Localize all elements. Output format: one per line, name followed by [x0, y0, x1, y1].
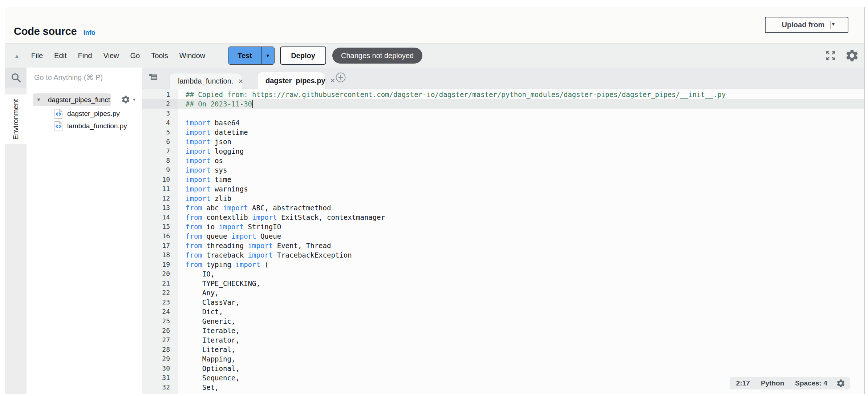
- tree-settings-button[interactable]: ▼: [121, 95, 136, 104]
- test-split-button: Test ▼: [228, 47, 275, 65]
- code-line[interactable]: 22 Any,: [142, 288, 864, 298]
- tab-lambda-function[interactable]: lambda_function. ×: [170, 73, 242, 89]
- code-line[interactable]: 14from contextlib import ExitStack, cont…: [142, 213, 864, 222]
- line-number: 11: [142, 184, 178, 194]
- code-line[interactable]: 17from threading import Event, Thread: [142, 241, 864, 250]
- code-line[interactable]: 11import warnings: [142, 184, 864, 194]
- line-number: 30: [142, 364, 178, 373]
- code-line[interactable]: 33 TextIO: [142, 392, 864, 394]
- code-line[interactable]: 29 Mapping,: [142, 354, 864, 364]
- code-text: TYPE_CHECKING,: [178, 279, 864, 288]
- code-line[interactable]: 9import sys: [142, 165, 864, 175]
- menu-item-view[interactable]: View: [103, 52, 119, 60]
- line-number: 22: [142, 288, 178, 298]
- code-line[interactable]: 21 TYPE_CHECKING,: [142, 279, 864, 288]
- code-text: TextIO: [178, 392, 864, 394]
- code-text: Set,: [178, 383, 864, 392]
- file-tree-panel: ▼ dagster_pipes_funct ▼ dagster_pipes.py: [27, 88, 142, 394]
- code-line[interactable]: 28 Literal,: [142, 345, 864, 354]
- close-icon[interactable]: ×: [238, 77, 243, 85]
- editor-settings-gear-icon[interactable]: [845, 48, 859, 63]
- code-text: Optional,: [178, 364, 864, 373]
- go-to-anything-input[interactable]: [29, 70, 141, 85]
- code-line[interactable]: 32 Set,: [142, 383, 864, 392]
- code-line[interactable]: 1## Copied from: https://raw.githubuserc…: [142, 90, 864, 99]
- code-line[interactable]: 12import zlib: [142, 194, 864, 203]
- code-text: ## Copied from: https://raw.githubuserco…: [178, 90, 864, 99]
- line-number: 28: [142, 345, 178, 354]
- close-icon[interactable]: ×: [330, 77, 335, 85]
- code-text: from abc import ABC, abstractmethod: [178, 203, 864, 213]
- line-number: 25: [142, 316, 178, 326]
- line-number: 4: [142, 118, 178, 128]
- upload-from-button[interactable]: Upload from ▼: [765, 17, 848, 33]
- code-line[interactable]: 10import time: [142, 175, 864, 184]
- code-line[interactable]: 13from abc import ABC, abstractmethod: [142, 203, 864, 213]
- menu-item-find[interactable]: Find: [78, 52, 92, 60]
- line-number: 7: [142, 146, 178, 156]
- info-link[interactable]: Info: [83, 29, 95, 37]
- code-text: import os: [178, 156, 864, 165]
- page-title: Code source: [14, 25, 77, 37]
- code-line[interactable]: 19from typing import (: [142, 260, 864, 269]
- line-number: 5: [142, 128, 178, 137]
- code-line[interactable]: 15from io import StringIO: [142, 222, 864, 231]
- search-icon[interactable]: [11, 72, 21, 83]
- code-line[interactable]: 26 Iterable,: [142, 326, 864, 335]
- menu-item-file[interactable]: File: [31, 52, 43, 60]
- code-line[interactable]: 16from queue import Queue: [142, 231, 864, 241]
- code-editor[interactable]: 1## Copied from: https://raw.githubuserc…: [142, 89, 864, 394]
- code-text: Mapping,: [178, 354, 864, 364]
- code-line[interactable]: 20 IO,: [142, 269, 864, 279]
- menu-item-tools[interactable]: Tools: [151, 52, 168, 60]
- fullscreen-icon[interactable]: [824, 49, 837, 62]
- line-number: 26: [142, 326, 178, 335]
- code-line[interactable]: 27 Iterator,: [142, 335, 864, 345]
- code-line[interactable]: 18from traceback import TracebackExcepti…: [142, 250, 864, 260]
- code-text: ## On 2023-11-30: [178, 99, 864, 109]
- code-text: Iterator,: [178, 335, 864, 345]
- code-text: import time: [178, 175, 864, 184]
- menu-item-edit[interactable]: Edit: [54, 52, 66, 60]
- menu-item-window[interactable]: Window: [179, 52, 205, 60]
- code-line[interactable]: 24 Dict,: [142, 307, 864, 316]
- chevron-down-icon: ▼: [831, 21, 831, 29]
- code-text: ClassVar,: [178, 298, 864, 307]
- deploy-button[interactable]: Deploy: [280, 47, 326, 65]
- code-line[interactable]: 30 Optional,: [142, 364, 864, 373]
- test-button[interactable]: Test: [228, 47, 261, 64]
- code-line[interactable]: 6import json: [142, 137, 864, 146]
- test-dropdown-button[interactable]: ▼: [261, 47, 274, 64]
- code-line[interactable]: 31 Sequence,: [142, 373, 864, 383]
- code-text: Sequence,: [178, 373, 864, 383]
- collapse-triangle-icon[interactable]: ▲: [14, 53, 20, 59]
- line-number: 18: [142, 250, 178, 260]
- code-text: from io import StringIO: [178, 222, 864, 231]
- code-line[interactable]: 5import datetime: [142, 128, 864, 137]
- code-line[interactable]: 25 Generic,: [142, 316, 864, 326]
- gear-icon: [121, 95, 130, 104]
- line-number: 29: [142, 354, 178, 364]
- tree-file-dagster-pipes[interactable]: dagster_pipes.py: [54, 108, 120, 119]
- environment-panel-tab[interactable]: Environment: [5, 94, 27, 144]
- line-number: 6: [142, 137, 178, 146]
- menu-item-go[interactable]: Go: [130, 52, 140, 60]
- add-tab-icon[interactable]: [335, 72, 346, 84]
- code-line[interactable]: 4import base64: [142, 118, 864, 128]
- code-line[interactable]: 2## On 2023-11-30: [142, 99, 864, 109]
- code-text: import json: [178, 137, 864, 146]
- tree-folder-row[interactable]: ▼ dagster_pipes_funct: [33, 93, 111, 106]
- line-number: 20: [142, 269, 178, 279]
- tab-list-icon[interactable]: [148, 72, 158, 84]
- code-text: from queue import Queue: [178, 231, 864, 241]
- tab-strip: lambda_function. × dagster_pipes.py ×: [142, 68, 864, 89]
- code-line[interactable]: 7import logging: [142, 146, 864, 156]
- chevron-down-icon: ▼: [36, 97, 41, 102]
- tab-label: dagster_pipes.py: [265, 77, 325, 85]
- tab-dagster-pipes[interactable]: dagster_pipes.py ×: [257, 72, 325, 89]
- code-line[interactable]: 8import os: [142, 156, 864, 165]
- tree-file-lambda-function[interactable]: lambda_function.py: [54, 121, 127, 132]
- upload-from-label: Upload from: [782, 21, 825, 29]
- code-line[interactable]: 3: [142, 109, 864, 118]
- code-line[interactable]: 23 ClassVar,: [142, 298, 864, 307]
